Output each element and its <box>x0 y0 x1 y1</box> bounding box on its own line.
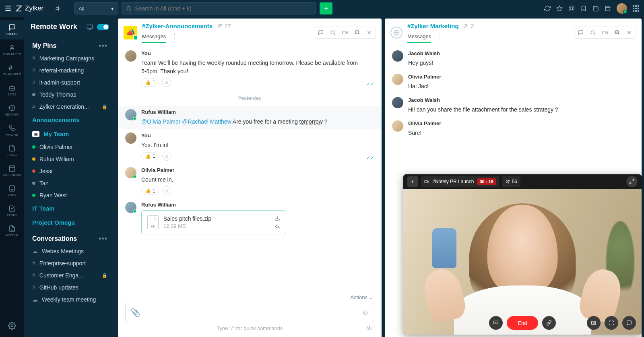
close-icon[interactable] <box>624 28 634 37</box>
end-call-button[interactable]: End <box>507 316 538 330</box>
file-attachment[interactable]: ZIP Sales pitch files.zip 12.29 MB <box>141 210 286 234</box>
reaction[interactable]: 👍 1 <box>141 79 159 87</box>
rail-bots[interactable]: BOTS <box>0 81 24 100</box>
message-list[interactable]: You Team! We'll be having the weekly rou… <box>118 43 382 293</box>
search-icon[interactable] <box>588 28 598 37</box>
bell-off-icon[interactable] <box>612 28 622 37</box>
bookmark-icon[interactable] <box>580 5 587 12</box>
mention-icon[interactable]: @ <box>568 5 575 12</box>
sidebar-channel[interactable]: #GitHub updates <box>24 281 116 294</box>
reaction[interactable]: 👍 1 <box>141 152 159 160</box>
search-input-wrap[interactable] <box>122 2 316 14</box>
rail-chats[interactable]: CHATS <box>0 20 24 39</box>
search-filter-dropdown[interactable]: All ▾ <box>74 2 118 14</box>
sidebar-my-team[interactable]: ▣My Team <box>24 127 116 141</box>
reaction[interactable]: 👍 1 <box>141 187 159 195</box>
rail-contacts[interactable]: CONTACTS <box>0 40 24 60</box>
sidebar-dm[interactable]: Rufus William <box>24 153 116 165</box>
sidebar-dm[interactable]: Taz <box>24 177 116 189</box>
channel-members[interactable]: 2 <box>464 23 474 29</box>
bell-icon[interactable] <box>352 28 362 37</box>
menu-icon[interactable]: ☰ <box>5 4 11 13</box>
apps-grid-icon[interactable] <box>633 5 639 12</box>
avatar[interactable] <box>125 50 136 62</box>
video-participants[interactable]: 56 <box>502 176 520 187</box>
tab-more-icon[interactable]: ⋮ <box>437 33 443 41</box>
rail-phone[interactable]: PHONE <box>0 121 24 140</box>
attach-icon[interactable]: 📎 <box>130 308 140 317</box>
sidebar-app[interactable]: ☁Webex Meetings <box>24 245 116 257</box>
channel-members[interactable]: 27 <box>217 23 231 29</box>
refresh-icon[interactable] <box>544 5 551 12</box>
fullscreen-button[interactable] <box>605 316 618 330</box>
add-reaction-icon[interactable]: ☺ <box>162 186 171 195</box>
actions-dropdown[interactable]: Actions ⌄ <box>118 293 382 303</box>
expand-icon[interactable] <box>626 176 638 187</box>
share-icon[interactable] <box>275 223 280 229</box>
sidebar-dm[interactable]: Ryan West <box>24 189 116 201</box>
rail-channels[interactable]: #CHANNELS <box>0 60 24 80</box>
sidebar-channel[interactable]: #referral-marketing <box>24 64 116 76</box>
video-back-button[interactable] <box>407 176 418 187</box>
avatar[interactable] <box>392 50 403 62</box>
chat-button[interactable] <box>622 316 636 330</box>
close-icon[interactable] <box>364 28 374 37</box>
sidebar-dm[interactable]: Jessi <box>24 165 116 177</box>
brand[interactable]: Zylker <box>15 4 43 12</box>
tab-messages[interactable]: Messages <box>407 31 431 43</box>
channel-title[interactable]: #Zylker-Announcements <box>142 23 213 29</box>
screenshare-button[interactable] <box>489 316 503 330</box>
video-call-label[interactable]: #Notely PR Launch 00 : 19 <box>421 176 499 187</box>
pins-more-icon[interactable]: ••• <box>99 41 107 50</box>
add-reaction-icon[interactable]: ☺ <box>162 152 171 161</box>
video-icon[interactable] <box>340 28 350 37</box>
rail-settings[interactable] <box>8 322 16 330</box>
avatar[interactable] <box>392 97 403 108</box>
add-button[interactable]: + <box>320 2 332 14</box>
sidebar-it-team[interactable]: IT Team <box>24 201 116 215</box>
search-input[interactable] <box>135 5 311 12</box>
sidebar-dm[interactable]: Teddy Thomas <box>24 89 116 101</box>
rail-notes[interactable]: NOTES <box>0 221 24 241</box>
calendar-icon[interactable] <box>592 5 599 12</box>
sidebar-dm[interactable]: Olivia Palmer <box>24 141 116 153</box>
channel-title[interactable]: #Zylker Marketing <box>407 23 459 29</box>
composer-input[interactable] <box>144 309 358 316</box>
conversations-more-icon[interactable]: ••• <box>99 234 107 243</box>
rail-org[interactable]: ORG <box>0 181 24 201</box>
avatar[interactable] <box>125 132 136 144</box>
chat-icon[interactable] <box>316 28 326 37</box>
tab-more-icon[interactable]: ⋮ <box>171 33 178 41</box>
markdown-icon[interactable]: M↓ <box>366 325 373 331</box>
sidebar-channel[interactable]: #Zylker Generation...🔒 <box>24 101 116 113</box>
sidebar-toggle[interactable] <box>97 24 109 30</box>
sidebar-app[interactable]: ☁Weekly team meeting <box>24 294 116 306</box>
sidebar-channel[interactable]: #it-admin-support <box>24 76 116 89</box>
rail-files[interactable]: FILES <box>0 141 24 160</box>
tab-messages[interactable]: Messages <box>142 31 166 43</box>
store-icon[interactable] <box>605 5 611 12</box>
avatar[interactable] <box>392 74 403 85</box>
chat-icon[interactable] <box>576 28 586 37</box>
avatar[interactable] <box>125 167 136 178</box>
rail-history[interactable]: HISTORY <box>0 101 24 120</box>
avatar[interactable] <box>125 109 136 120</box>
rail-tasks[interactable]: TASKS <box>0 201 24 221</box>
pip-button[interactable] <box>587 316 601 330</box>
search-icon[interactable] <box>328 28 338 37</box>
sidebar-channel[interactable]: #Enterprise-support <box>24 257 116 269</box>
speaker-icon[interactable] <box>56 5 62 12</box>
avatar[interactable] <box>125 202 136 213</box>
download-icon[interactable] <box>275 215 280 221</box>
sidebar-project-omega[interactable]: Project Omega <box>24 215 116 229</box>
user-avatar[interactable] <box>617 3 627 14</box>
sidebar-channel[interactable]: #Marketing Campaigns <box>24 52 116 64</box>
screen-icon[interactable] <box>87 24 93 30</box>
link-button[interactable] <box>542 316 556 330</box>
video-icon[interactable] <box>600 28 610 37</box>
add-reaction-icon[interactable]: ☺ <box>162 78 171 87</box>
emoji-icon[interactable]: ☺ <box>362 308 369 317</box>
rail-calendar[interactable]: CALENDAR <box>0 161 24 180</box>
star-icon[interactable] <box>556 5 563 12</box>
sidebar-announcements[interactable]: Announcements <box>24 113 116 127</box>
